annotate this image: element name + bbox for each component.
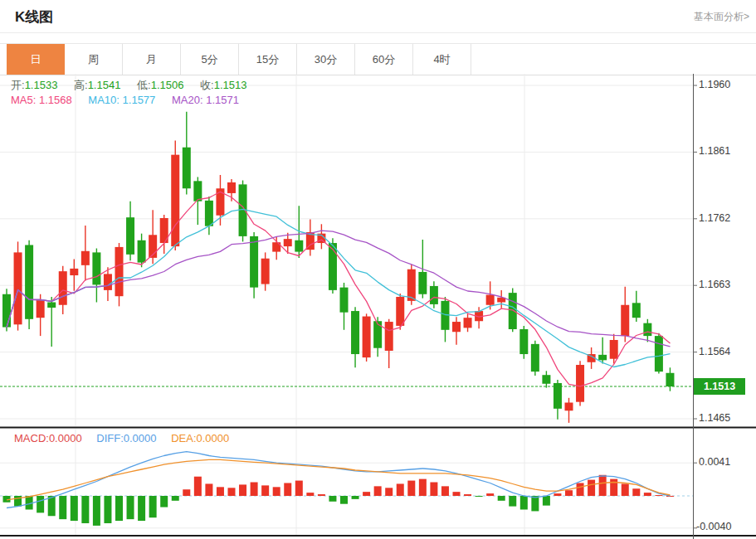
macd-histogram	[3, 475, 674, 526]
macd-tick-pos: 0.0041	[699, 456, 752, 468]
low-value: 1.1506	[151, 79, 184, 91]
diff-value-legend: DIFF:0.0000	[96, 432, 156, 444]
low-label: 低:	[137, 79, 151, 91]
open-value: 1.1533	[25, 79, 58, 91]
ma5-legend: MA5: 1.1568	[11, 94, 72, 106]
dea-value-legend: DEA:0.0000	[171, 432, 229, 444]
price-tick-5: 1.1564	[699, 346, 752, 357]
close-value: 1.1513	[214, 79, 247, 91]
ohlc-legend: 开:1.1533 高:1.1541 低:1.1506 收:1.1513	[11, 78, 260, 93]
ma-legend: MA5: 1.1568 MA10: 1.1577 MA20: 1.1571	[11, 94, 239, 106]
ma10-legend: MA10: 1.1577	[88, 94, 155, 106]
price-tick-4: 1.1663	[699, 279, 752, 290]
price-tick-3: 1.1762	[699, 212, 752, 224]
ma20-legend: MA20: 1.1571	[172, 94, 239, 106]
macd-legend: MACD:0.0000 DIFF:0.0000 DEA:0.0000	[14, 432, 229, 444]
high-label: 高:	[74, 79, 88, 91]
price-tick-1: 1.1960	[699, 79, 752, 90]
price-tick-6: 1.1465	[699, 412, 752, 424]
macd-tick-neg: -0.0040	[696, 521, 749, 532]
current-price-tag: 1.1513	[694, 378, 745, 395]
open-label: 开:	[11, 79, 25, 91]
macd-value-legend: MACD:0.0000	[14, 432, 82, 444]
price-tick-2: 1.1861	[699, 145, 752, 157]
chart-frame	[0, 74, 756, 539]
high-value: 1.1541	[88, 79, 121, 91]
candles	[2, 112, 674, 423]
close-label: 收:	[200, 79, 214, 91]
